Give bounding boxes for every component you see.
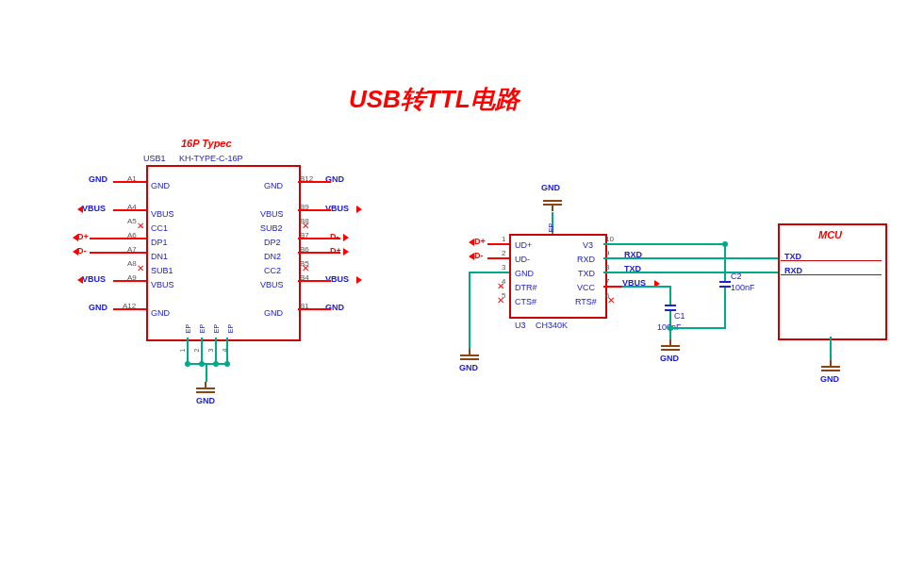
pin-ep: EP [548, 223, 554, 232]
cap-plate [665, 305, 676, 306]
wire [298, 209, 331, 211]
pin-sub1: SUB1 [151, 266, 173, 275]
mcu-title: MCU [818, 229, 842, 240]
arrow [469, 253, 474, 260]
pin-cc1: CC1 [151, 223, 168, 233]
junction-dot [185, 361, 190, 367]
wire [724, 288, 726, 327]
arrow [73, 234, 78, 241]
pin-vcc: VCC [577, 283, 595, 292]
wire [298, 252, 340, 254]
nc-mark: ✕ [497, 281, 504, 291]
pin-ep-num: 3 [207, 349, 214, 353]
nc-mark: ✕ [302, 263, 309, 273]
wire-v3 [603, 243, 726, 245]
ch-gnd-top: GND [541, 183, 560, 192]
pin-sub2: SUB2 [260, 223, 283, 233]
arrow [469, 239, 474, 246]
arrow [356, 276, 362, 284]
wire [226, 338, 228, 364]
pin-udminus: UD- [515, 255, 530, 264]
wire [469, 272, 509, 273]
pin-3: 3 [502, 263, 505, 272]
net-dplus: D+ [77, 232, 89, 241]
arrow [73, 248, 78, 256]
wire [298, 280, 331, 282]
usb-ref: USB1 [143, 154, 166, 163]
pin-dn1: DN1 [151, 252, 168, 261]
ground-symbol [196, 382, 215, 395]
ch-ref: U3 [515, 321, 526, 330]
wire [90, 252, 146, 254]
pin-gnd-r: GND [264, 181, 283, 190]
net-dplus: D+ [474, 237, 486, 246]
nc-mark: ✕ [302, 221, 309, 231]
arrow [343, 248, 349, 256]
ground-symbol [821, 360, 840, 373]
junction-dot [224, 361, 230, 367]
wire [603, 286, 622, 288]
net-gnd: GND [89, 174, 107, 184]
usb-part: KH-TYPE-C-16P [179, 154, 243, 163]
usb-title: 16P Typec [181, 138, 232, 149]
junction-dot [199, 361, 205, 367]
divider [781, 274, 882, 275]
nc-mark: ✕ [607, 295, 615, 305]
pin-vbus-l2: VBUS [151, 280, 174, 289]
wire [201, 338, 203, 364]
arrow [343, 234, 349, 241]
wire-txd [603, 272, 778, 273]
net-dminus: D- [474, 251, 484, 260]
wire [298, 238, 340, 239]
divider [781, 260, 882, 261]
pin-rts: RTS# [575, 297, 597, 306]
arrow [77, 276, 83, 284]
c1-ref: C1 [674, 311, 685, 321]
wire-rxd [603, 257, 778, 259]
pin-dn2: DN2 [264, 252, 281, 261]
net-dminus: D- [77, 246, 87, 256]
pin-ep: EP [227, 324, 234, 333]
wire [830, 337, 832, 360]
pin-ep-num: 2 [193, 349, 200, 353]
net-gnd: GND [325, 303, 344, 312]
pin-ep: EP [213, 324, 220, 333]
pin-2: 2 [502, 249, 505, 257]
wire [298, 181, 331, 183]
pin-1: 1 [502, 235, 505, 243]
wire [113, 209, 146, 211]
net-dminus: D- [330, 232, 339, 241]
arrow [356, 206, 362, 213]
schematic-canvas: { "title": "USB转TTL电路", "usb": { "title"… [0, 0, 924, 577]
gnd-label: GND [196, 396, 215, 405]
ch-part: CH340K [536, 321, 568, 330]
ground-symbol [460, 349, 479, 362]
pin-cts: CTS# [515, 297, 536, 306]
pin-9: 9 [605, 249, 609, 257]
nc-mark: ✕ [497, 295, 504, 305]
pin-a5: A5 [127, 217, 137, 225]
net-dplus: D+ [330, 246, 341, 256]
pin-v3: V3 [583, 240, 593, 250]
net-vbus: VBUS [82, 204, 106, 213]
pin-dp1: DP1 [151, 238, 168, 247]
wire-vcc-c1 [622, 286, 671, 288]
net-vbus: VBUS [82, 274, 106, 284]
wire-c1c2gnd [669, 327, 726, 329]
pin-gnd: GND [515, 269, 534, 278]
junction-dot [668, 325, 673, 331]
wire [113, 181, 146, 183]
pin-txd: TXD [578, 269, 595, 278]
cap-plate [719, 281, 731, 283]
wire [187, 338, 189, 364]
wire [113, 308, 146, 310]
nc-mark: ✕ [137, 221, 144, 231]
ground-symbol [543, 198, 562, 211]
nc-mark: ✕ [137, 263, 144, 273]
arrow [77, 206, 83, 213]
pin-gnd-l2: GND [151, 308, 170, 318]
pin-ep: EP [185, 324, 191, 333]
wire [90, 238, 146, 239]
pin-vbus-l: VBUS [151, 209, 174, 219]
schematic-title: USB转TTL电路 [349, 83, 520, 116]
